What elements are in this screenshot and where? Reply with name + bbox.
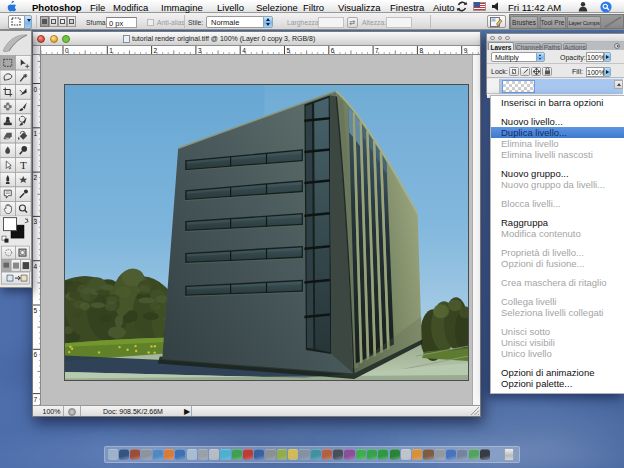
svg-text:2: 2: [34, 174, 38, 181]
svg-text:3: 3: [34, 218, 38, 225]
svg-text:5: 5: [34, 307, 38, 314]
svg-text:5: 5: [287, 47, 291, 54]
svg-text:7: 7: [34, 396, 38, 403]
svg-text:4: 4: [242, 47, 246, 54]
svg-text:1: 1: [109, 47, 113, 54]
svg-text:3: 3: [198, 47, 202, 54]
svg-text:6: 6: [331, 47, 335, 54]
svg-text:0: 0: [65, 47, 69, 54]
svg-text:4: 4: [34, 263, 38, 270]
svg-text:2: 2: [154, 47, 158, 54]
svg-text:T: T: [20, 159, 27, 171]
svg-text:8: 8: [419, 47, 423, 54]
svg-text:7: 7: [375, 47, 379, 54]
svg-text:6: 6: [34, 351, 38, 358]
svg-text:0: 0: [34, 86, 38, 93]
svg-text:1: 1: [34, 130, 38, 137]
svg-text:9: 9: [464, 47, 468, 54]
